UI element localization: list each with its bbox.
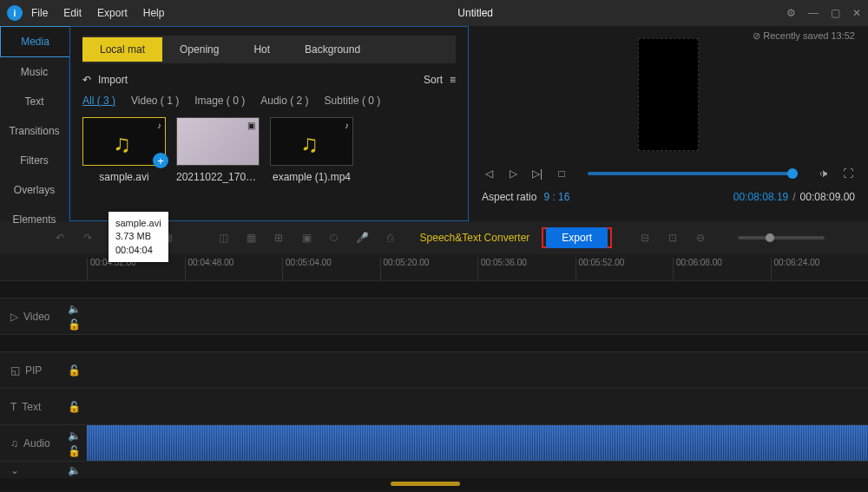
fit-icon[interactable]: ⊡ (665, 230, 681, 246)
speech-text-converter[interactable]: Speech&Text Converter (420, 232, 530, 244)
media-thumb[interactable]: ♪ + sample.avi (82, 117, 166, 183)
seek-bar[interactable] (588, 172, 798, 175)
music-note-icon (300, 130, 323, 153)
horizontal-scrollbar[interactable] (0, 478, 868, 490)
crop-icon[interactable]: ◫ (215, 230, 231, 246)
minimize-icon[interactable]: — (808, 7, 819, 19)
time-separator: / (792, 191, 795, 203)
filter-video[interactable]: Video ( 1 ) (131, 95, 179, 107)
tab-local[interactable]: Local mat (82, 37, 162, 62)
next-frame-icon[interactable]: ▷| (530, 167, 544, 180)
export-button[interactable]: Export (546, 227, 608, 248)
sidebar-item-filters[interactable]: Filters (0, 146, 69, 175)
track-text[interactable]: TText 🔓 (0, 388, 868, 424)
mosaic-icon[interactable]: ▦ (243, 230, 259, 246)
mute-icon[interactable]: 🔈 (68, 430, 81, 442)
chevron-down-icon[interactable]: ⌄ (10, 464, 19, 476)
play-icon[interactable]: ▷ (506, 167, 520, 180)
freeze-icon[interactable]: ▣ (299, 230, 314, 246)
menu-bar: File Edit Export Help (31, 7, 164, 19)
menu-export[interactable]: Export (97, 7, 128, 19)
sidebar-item-media[interactable]: Media (0, 26, 69, 57)
track-content[interactable] (87, 462, 868, 478)
aspect-ratio-label: Aspect ratio (482, 191, 536, 203)
voice-icon[interactable]: 🎤 (354, 230, 370, 246)
undo-icon[interactable]: ↶ (52, 230, 68, 246)
mute-icon[interactable]: 🔈 (68, 464, 81, 476)
track-label: PIP (25, 364, 42, 377)
sort-button[interactable]: Sort ≡ (424, 74, 456, 86)
redo-icon[interactable]: ↷ (80, 230, 95, 246)
track-content[interactable] (87, 352, 868, 388)
lock-icon[interactable]: 🔓 (68, 318, 81, 331)
filter-subtitle[interactable]: Subtitle ( 0 ) (325, 95, 381, 107)
tab-hot[interactable]: Hot (236, 37, 287, 62)
prev-frame-icon[interactable]: ◁ (482, 167, 496, 180)
track-label: Audio (23, 437, 50, 449)
tab-background[interactable]: Background (287, 37, 378, 62)
volume-icon[interactable]: 🕩 (817, 167, 831, 180)
menu-file[interactable]: File (31, 7, 48, 19)
maximize-icon[interactable]: ▢ (831, 7, 840, 19)
tooltip-name: sample.avi (115, 217, 161, 230)
track-audio[interactable]: ♫Audio 🔈🔓 (0, 424, 868, 461)
lock-icon[interactable]: 🔓 (68, 445, 81, 457)
zoom-knob[interactable] (766, 233, 774, 242)
music-note-icon (113, 130, 135, 153)
tooltip-duration: 00:04:04 (115, 244, 161, 257)
track-pip[interactable]: ◱PIP 🔓 (0, 351, 868, 388)
add-to-timeline-icon[interactable]: + (153, 153, 168, 168)
ruler-tick: 00:06:24.00 (771, 258, 869, 280)
audio-icon: ♪ (157, 121, 161, 130)
speed-icon[interactable]: ⏲ (326, 230, 342, 246)
titlebar: i File Edit Export Help Untitled ⚙ — ▢ ✕ (0, 0, 868, 26)
stop-icon[interactable]: □ (555, 167, 569, 180)
aspect-ratio-value[interactable]: 9 : 16 (543, 191, 569, 203)
ruler-tick: 00:05:36.00 (477, 258, 575, 280)
filter-all[interactable]: All ( 3 ) (82, 95, 115, 107)
scrollbar-thumb[interactable] (391, 482, 460, 486)
filter-image[interactable]: Image ( 0 ) (194, 95, 245, 107)
sort-label: Sort (424, 74, 443, 86)
thumb-label: 20211022_170955... (176, 171, 260, 183)
audio-icon: ♪ (345, 121, 349, 130)
ruler-tick: 00:05:20.00 (380, 258, 478, 280)
track-content[interactable] (87, 389, 868, 424)
track-label: Text (22, 401, 41, 413)
grid-icon[interactable]: ⊞ (271, 230, 286, 246)
track-label: Video (23, 311, 49, 323)
app-logo-icon: i (7, 5, 23, 21)
preview-panel: ⊘ Recently saved 13:52 ◁ ▷ ▷| □ 🕩 ⛶ Aspe… (469, 26, 868, 221)
close-icon[interactable]: ✕ (852, 7, 861, 19)
track-video[interactable]: ▷Video 🔈🔓 (0, 298, 868, 334)
filter-audio[interactable]: Audio ( 2 ) (260, 95, 308, 107)
sidebar-item-text[interactable]: Text (0, 87, 69, 116)
track-content[interactable] (87, 425, 868, 461)
seek-knob[interactable] (787, 168, 798, 179)
ruler-tick: 00:05:52.00 (575, 258, 674, 280)
lock-icon[interactable]: 🔓 (68, 401, 81, 413)
track-content[interactable] (87, 298, 868, 334)
sidebar-item-music[interactable]: Music (0, 57, 69, 87)
menu-edit[interactable]: Edit (63, 7, 82, 19)
track-extra[interactable]: ⌄ 🔈 (0, 461, 868, 478)
audio-waveform[interactable] (87, 425, 868, 461)
zoom-out-icon[interactable]: ⊖ (693, 230, 708, 246)
track-spacer (0, 334, 868, 351)
import-label: Import (98, 74, 128, 86)
zoom-slider[interactable] (738, 236, 825, 239)
menu-help[interactable]: Help (143, 7, 165, 19)
mute-icon[interactable]: 🔈 (68, 303, 81, 315)
settings-icon[interactable]: ⚙ (786, 7, 796, 19)
sidebar-item-overlays[interactable]: Overlays (0, 175, 69, 205)
import-button[interactable]: ↶ Import (82, 74, 128, 86)
snapshot-icon[interactable]: ⎙ (382, 230, 398, 246)
tab-opening[interactable]: Opening (162, 37, 236, 62)
time-total: 00:08:09.00 (800, 191, 855, 203)
media-thumb[interactable]: ▣ 20211022_170955... (176, 117, 260, 183)
fullscreen-icon[interactable]: ⛶ (841, 167, 855, 180)
sidebar-item-transitions[interactable]: Transitions (0, 116, 69, 146)
marker-icon[interactable]: ⊟ (637, 230, 653, 246)
media-thumb[interactable]: ♪ example (1).mp4 (270, 117, 353, 183)
lock-icon[interactable]: 🔓 (68, 364, 81, 377)
